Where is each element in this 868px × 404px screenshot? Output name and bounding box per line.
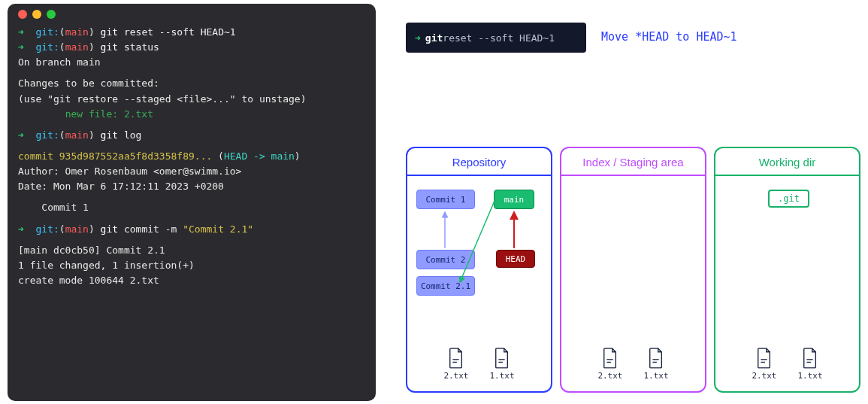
panel-title: Working dir <box>715 148 859 176</box>
commit-msg: Commit 1 <box>18 200 365 215</box>
main-ref-box: main <box>494 190 534 209</box>
result-line: create mode 100644 2.txt <box>18 273 365 288</box>
panel-title: Repository <box>407 148 551 176</box>
window-controls <box>18 10 365 19</box>
file-icon <box>648 348 664 369</box>
git-dir-box: .git <box>768 190 809 208</box>
arrow-main-to-commit21 <box>460 201 494 282</box>
file-icon <box>802 348 818 369</box>
mini-terminal: ➜ git reset --soft HEAD~1 <box>406 23 586 53</box>
terminal-line: ➜ git:(main) git status <box>18 40 365 55</box>
result-line: [main dc0cb50] Commit 2.1 <box>18 243 365 258</box>
file-label: 1.txt <box>798 371 823 381</box>
index-panel: Index / Staging area 2.txt 1.txt <box>560 147 706 393</box>
panel-title: Index / Staging area <box>561 148 705 176</box>
working-dir-panel: Working dir .git 2.txt 1.txt <box>714 147 860 393</box>
file-item: 2.txt <box>443 348 468 381</box>
file-label: 2.txt <box>443 371 468 381</box>
commit-hash-line: commit 935d987552aa5f8d3358f89... (HEAD … <box>18 149 365 164</box>
terminal-line: ➜ git:(main) git reset --soft HEAD~1 <box>18 25 365 40</box>
terminal-text: On branch main <box>18 55 365 70</box>
file-item: 1.txt <box>490 348 515 381</box>
file-icon <box>602 348 618 369</box>
maximize-dot[interactable] <box>47 10 56 19</box>
file-icon <box>494 348 510 369</box>
result-line: 1 file changed, 1 insertion(+) <box>18 258 365 273</box>
file-item: 2.txt <box>752 348 776 381</box>
wdir-files: 2.txt 1.txt <box>715 348 859 381</box>
terminal-line: ➜ git:(main) git log <box>18 128 365 143</box>
terminal-newfile: new file: 2.txt <box>18 107 365 122</box>
file-item: 1.txt <box>798 348 823 381</box>
git-word: git <box>425 32 443 44</box>
commit-2-box: Commit 2 <box>416 250 475 269</box>
date-line: Date: Mon Mar 6 17:12:11 2023 +0200 <box>18 179 365 194</box>
terminal-text: (use "git restore --staged <file>..." to… <box>18 92 365 107</box>
repository-panel: Repository Commit 1 Commit 2 Commit 2.1 … <box>406 147 552 393</box>
file-label: 2.txt <box>597 371 622 381</box>
commit-1-box: Commit 1 <box>416 190 475 209</box>
file-label: 1.txt <box>490 371 515 381</box>
index-files: 2.txt 1.txt <box>561 348 705 381</box>
terminal-text: Changes to be committed: <box>18 76 365 91</box>
terminal-window: ➜ git:(main) git reset --soft HEAD~1 ➜ g… <box>8 4 376 401</box>
terminal-line: ➜ git:(main) git commit -m "Commit 2.1" <box>18 222 365 237</box>
file-item: 2.txt <box>597 348 622 381</box>
file-item: 1.txt <box>644 348 669 381</box>
repo-files: 2.txt 1.txt <box>407 348 551 381</box>
annotation-text: Move *HEAD to HEAD~1 <box>601 30 737 44</box>
author-line: Author: Omer Rosenbaum <omer@swimm.io> <box>18 164 365 179</box>
minimize-dot[interactable] <box>32 10 41 19</box>
file-icon <box>756 348 773 369</box>
head-ref-box: HEAD <box>496 250 535 268</box>
close-dot[interactable] <box>18 10 27 19</box>
file-icon <box>448 348 464 369</box>
commit-21-box: Commit 2.1 <box>416 276 475 296</box>
mini-command: reset --soft HEAD~1 <box>443 32 555 44</box>
file-label: 2.txt <box>752 371 776 381</box>
file-label: 1.txt <box>644 371 669 381</box>
